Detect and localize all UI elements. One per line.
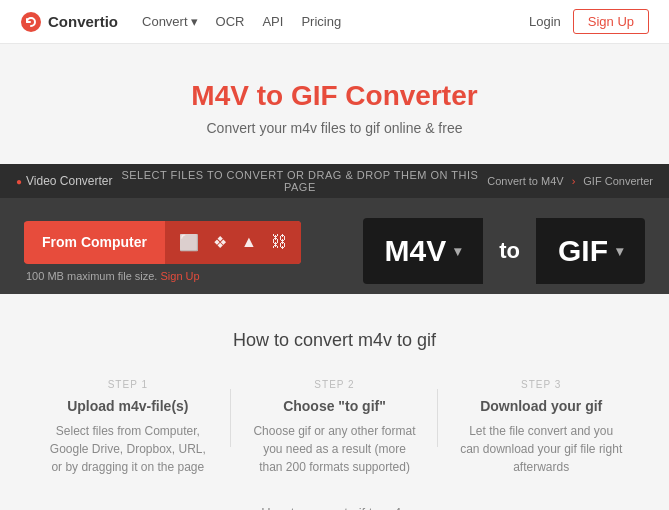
- step-3-number: STEP 3: [458, 379, 625, 390]
- step-1-title: Upload m4v-file(s): [45, 398, 212, 414]
- logo-text: Convertio: [48, 13, 118, 30]
- signup-button[interactable]: Sign Up: [573, 9, 649, 34]
- topbar-left: ● Video Converter: [16, 174, 113, 188]
- nav-pricing[interactable]: Pricing: [301, 14, 341, 29]
- upload-btn-row: From Computer ⬜ ❖ ▲ ⛓: [24, 221, 301, 264]
- step-2-title: Choose "to gif": [251, 398, 418, 414]
- signup-link-small[interactable]: Sign Up: [161, 270, 200, 282]
- topbar-convert-m4v[interactable]: Convert to M4V: [487, 175, 563, 187]
- logo[interactable]: Convertio: [20, 11, 118, 33]
- upload-icons-bar: ⬜ ❖ ▲ ⛓: [165, 221, 301, 264]
- dropbox-icon[interactable]: ❖: [213, 233, 227, 252]
- topbar-separator: ›: [572, 175, 576, 187]
- drive-icon[interactable]: ▲: [241, 233, 257, 251]
- monitor-icon[interactable]: ⬜: [179, 233, 199, 252]
- nav-api[interactable]: API: [262, 14, 283, 29]
- step-1-number: STEP 1: [45, 379, 212, 390]
- upload-area: From Computer ⬜ ❖ ▲ ⛓ 100 MB maximum fil…: [24, 221, 301, 282]
- topbar-gif-converter[interactable]: GIF Converter: [583, 175, 653, 187]
- format-from-box[interactable]: M4V ▾: [363, 218, 484, 284]
- format-selector: M4V ▾ to GIF ▾: [363, 218, 645, 284]
- format-to-box[interactable]: GIF ▾: [536, 218, 645, 284]
- howto-title: How to convert m4v to gif: [20, 330, 649, 351]
- converter-main: From Computer ⬜ ❖ ▲ ⛓ 100 MB maximum fil…: [0, 198, 669, 294]
- format-from-arrow: ▾: [454, 243, 461, 259]
- howto-reverse-link[interactable]: How to convert gif to m4v: [261, 505, 408, 510]
- step-1-desc: Select files from Computer, Google Drive…: [45, 422, 212, 476]
- step-2-number: STEP 2: [251, 379, 418, 390]
- nav-right: Login Sign Up: [529, 9, 649, 34]
- hero-section: M4V to GIF Converter Convert your m4v fi…: [0, 44, 669, 164]
- step-2: STEP 2 Choose "to gif" Choose gif or any…: [231, 379, 438, 476]
- nav-ocr[interactable]: OCR: [216, 14, 245, 29]
- topbar-right: Convert to M4V › GIF Converter: [487, 175, 653, 187]
- navbar: Convertio Convert ▾ OCR API Pricing Logi…: [0, 0, 669, 44]
- converter-section: ● Video Converter SELECT FILES TO CONVER…: [0, 164, 669, 294]
- format-to-arrow: ▾: [616, 243, 623, 259]
- bullet-icon: ●: [16, 176, 22, 187]
- howto-section: How to convert m4v to gif STEP 1 Upload …: [0, 294, 669, 510]
- login-link[interactable]: Login: [529, 14, 561, 29]
- file-size-note: 100 MB maximum file size. Sign Up: [24, 270, 200, 282]
- step-3-title: Download your gif: [458, 398, 625, 414]
- logo-icon: [20, 11, 42, 33]
- step-3: STEP 3 Download your gif Let the file co…: [438, 379, 645, 476]
- from-computer-button[interactable]: From Computer: [24, 222, 165, 262]
- chevron-down-icon: ▾: [191, 14, 198, 29]
- nav-convert[interactable]: Convert ▾: [142, 14, 198, 29]
- format-to-label: GIF: [558, 234, 608, 268]
- format-to-separator: to: [483, 238, 536, 264]
- hero-title: M4V to GIF Converter: [20, 80, 649, 112]
- hero-subtitle: Convert your m4v files to gif online & f…: [20, 120, 649, 136]
- steps-row: STEP 1 Upload m4v-file(s) Select files f…: [25, 379, 645, 476]
- topbar-center-text: SELECT FILES TO CONVERT OR DRAG & DROP T…: [113, 169, 488, 193]
- nav-links: Convert ▾ OCR API Pricing: [142, 14, 529, 29]
- step-1: STEP 1 Upload m4v-file(s) Select files f…: [25, 379, 232, 476]
- link-icon[interactable]: ⛓: [271, 233, 287, 251]
- converter-topbar: ● Video Converter SELECT FILES TO CONVER…: [0, 164, 669, 198]
- step-2-desc: Choose gif or any other format you need …: [251, 422, 418, 476]
- step-3-desc: Let the file convert and you can downloa…: [458, 422, 625, 476]
- format-from-label: M4V: [385, 234, 447, 268]
- topbar-video-converter[interactable]: Video Converter: [26, 174, 113, 188]
